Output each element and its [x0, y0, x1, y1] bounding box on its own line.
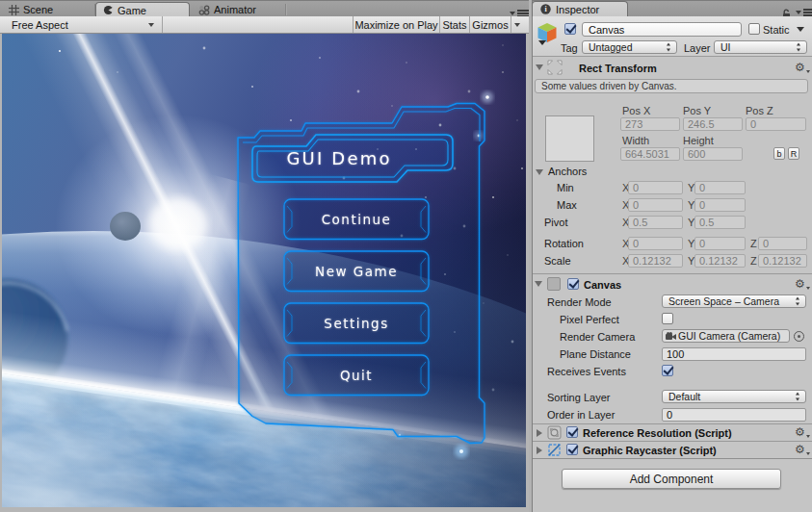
max-label: Max [557, 199, 577, 211]
tab-game[interactable]: Game [95, 2, 190, 17]
blueprint-mode-button[interactable]: b [773, 147, 785, 160]
static-checkbox[interactable] [748, 23, 760, 35]
lock-icon[interactable] [781, 6, 792, 16]
min-y-field[interactable]: 0 [694, 181, 746, 194]
pixel-perfect-checkbox[interactable] [662, 313, 673, 324]
inspector-panel: i Inspector Canvas Static [533, 16, 812, 512]
min-x-field[interactable]: 0 [628, 181, 683, 194]
menu-button-continue[interactable]: Continue [284, 199, 429, 240]
anchors-label: Anchors [548, 166, 587, 177]
render-camera-field[interactable]: GUI Camera (Camera) [662, 329, 790, 343]
reference-resolution-component: Reference Resolution (Script) ⚙ [533, 424, 812, 441]
raw-edit-mode-button[interactable]: R [788, 147, 799, 160]
graphic-raycaster-foldout[interactable] [537, 447, 542, 454]
tab-game-label: Game [118, 5, 146, 16]
gear-icon[interactable]: ⚙ [795, 426, 809, 439]
static-dropdown-arrow[interactable] [797, 27, 804, 32]
render-mode-value: Screen Space – Camera [668, 295, 779, 307]
sorting-layer-label: Sorting Layer [547, 392, 610, 403]
tag-label: Tag [561, 42, 578, 54]
canvas-enabled-checkbox[interactable] [567, 278, 579, 290]
graphic-raycaster-title: Graphic Raycaster (Script) [583, 445, 717, 456]
rotation-y-field[interactable]: 0 [694, 237, 746, 250]
rotation-x-field[interactable]: 0 [628, 237, 683, 250]
menu-button-new-game[interactable]: New Game [284, 251, 429, 292]
stats-button[interactable]: Stats [439, 16, 469, 33]
reference-resolution-foldout[interactable] [537, 429, 542, 437]
chevron-down-icon [148, 23, 154, 27]
sorting-layer-dropdown[interactable]: Default [662, 390, 806, 403]
pos-y-field[interactable]: 246.5 [683, 117, 743, 131]
pos-x-field[interactable]: 273 [620, 117, 680, 131]
graphic-raycaster-component: Graphic Raycaster (Script) ⚙ [533, 442, 812, 458]
tag-dropdown[interactable]: Untagged [582, 40, 677, 54]
order-in-layer-field[interactable]: 0 [662, 408, 806, 422]
chevron-down-icon [514, 23, 520, 27]
width-value: 664.5031 [625, 148, 669, 160]
rect-transform-title: Rect Transform [579, 63, 657, 74]
pivot-y-field[interactable]: 0.5 [694, 216, 746, 229]
game-icon [103, 5, 114, 15]
scale-x-field[interactable]: 0.12132 [628, 254, 683, 268]
object-picker-icon[interactable] [794, 331, 804, 342]
render-mode-dropdown[interactable]: Screen Space – Camera [662, 294, 806, 308]
anchors-foldout[interactable] [536, 169, 543, 175]
menu-button-label: Quit [340, 368, 373, 383]
updown-icon [666, 43, 672, 52]
receives-events-checkbox[interactable] [662, 365, 673, 376]
static-label: Static [763, 24, 790, 36]
canvas-foldout[interactable] [535, 281, 542, 287]
gear-icon[interactable]: ⚙ [795, 278, 809, 291]
active-checkbox[interactable] [564, 23, 576, 35]
updown-icon [795, 297, 801, 306]
gizmos-dropdown-arrow[interactable] [511, 16, 522, 33]
anchor-preset-box[interactable] [545, 115, 594, 162]
stats-label: Stats [442, 19, 466, 31]
max-x-value: 0 [633, 199, 639, 211]
layer-dropdown[interactable]: UI [714, 40, 807, 54]
gizmos-button[interactable]: Gizmos [469, 16, 511, 33]
scale-z-field[interactable]: 0.12132 [758, 254, 807, 268]
name-field[interactable]: Canvas [582, 22, 742, 37]
graphic-raycaster-checkbox[interactable] [566, 444, 578, 455]
menu-button-settings[interactable]: Settings [284, 303, 429, 344]
pos-z-field[interactable]: 0 [746, 117, 806, 131]
aspect-label: Free Aspect [12, 19, 68, 31]
gameobject-cube-icon[interactable] [537, 22, 558, 49]
rect-transform-foldout[interactable] [536, 64, 543, 70]
rot-x-value: 0 [633, 238, 639, 249]
scale-y-field[interactable]: 0.12132 [694, 254, 746, 268]
rotation-z-field[interactable]: 0 [758, 237, 807, 250]
tab-inspector-label: Inspector [556, 4, 599, 15]
menu-button-label: Settings [324, 316, 388, 331]
gear-icon[interactable]: ⚙ [795, 62, 809, 74]
width-label: Width [622, 135, 649, 146]
animator-icon [198, 5, 210, 15]
maximize-on-play-button[interactable]: Maximize on Play [353, 16, 439, 33]
tab-inspector[interactable]: i Inspector [532, 1, 628, 16]
aspect-dropdown[interactable]: Free Aspect [4, 16, 163, 33]
unity-editor-window: Scene Game Animator [0, 0, 812, 512]
helpbox-text: Some values driven by Canvas. [541, 81, 677, 91]
max-y-field[interactable]: 0 [694, 198, 746, 212]
pivot-x-field[interactable]: 0.5 [628, 216, 683, 229]
pivot-x-value: 0.5 [633, 217, 647, 228]
game-viewport: GUI Demo ContinueNew GameSettingsQuit [2, 34, 526, 507]
add-component-button[interactable]: Add Component [562, 469, 781, 489]
height-label: Height [683, 135, 714, 146]
reference-resolution-checkbox[interactable] [566, 426, 578, 438]
min-label: Min [557, 182, 574, 193]
plane-distance-field[interactable]: 100 [662, 347, 806, 361]
gear-icon[interactable]: ⚙ [795, 444, 809, 456]
tag-value: Untagged [589, 41, 633, 53]
inspector-panel-menu-icon[interactable] [796, 9, 812, 16]
max-x-field[interactable]: 0 [628, 198, 683, 212]
tab-animator[interactable]: Animator [192, 2, 284, 17]
reference-resolution-title: Reference Resolution (Script) [583, 427, 732, 439]
game-panel: Free Aspect Maximize on Play Stats Gizmo… [0, 16, 529, 512]
height-field[interactable]: 600 [683, 147, 743, 161]
pos-z-label: Pos Z [746, 105, 773, 116]
tab-scene[interactable]: Scene [2, 2, 94, 17]
width-field[interactable]: 664.5031 [620, 147, 680, 161]
menu-button-quit[interactable]: Quit [284, 355, 429, 396]
